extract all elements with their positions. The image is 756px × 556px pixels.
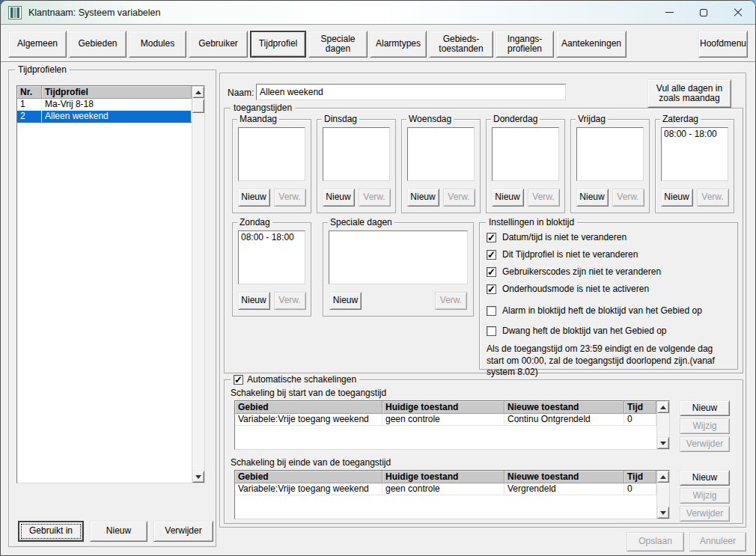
day-new-button[interactable]: Nieuw	[238, 189, 270, 207]
day-new-button[interactable]: Nieuw	[661, 189, 693, 207]
tab-gebieds-toestanden[interactable]: Gebieds-toestanden	[429, 31, 493, 58]
column-nieuwe-toestand[interactable]: Nieuwe toestand	[504, 401, 624, 413]
checkbox-icon[interactable]	[487, 326, 496, 336]
auto-switching-checkbox[interactable]	[234, 375, 243, 385]
checkbox-icon[interactable]	[487, 267, 496, 277]
day-new-button[interactable]: Nieuw	[407, 189, 439, 207]
special-remove-button[interactable]: Verw.	[435, 292, 467, 310]
minimize-button[interactable]	[652, 1, 686, 24]
scroll-up-icon[interactable]	[192, 86, 204, 98]
day-new-button[interactable]: Nieuw	[238, 292, 270, 310]
day-remove-button[interactable]: Verw.	[359, 189, 391, 207]
day-remove-button[interactable]: Verw.	[697, 189, 729, 207]
name-input[interactable]	[256, 84, 566, 100]
profile-row[interactable]: 1 Ma-Vrij 8-18	[17, 99, 192, 111]
fill-all-days-button[interactable]: Vul alle dagen in zoals maandag	[647, 79, 731, 108]
scroll-down-icon[interactable]	[657, 437, 669, 449]
tab-tijdprofiel[interactable]: Tijdprofiel	[250, 31, 306, 58]
start-switching-table[interactable]: Gebied Huidige toestand Nieuwe toestand …	[234, 400, 670, 450]
day-times-list[interactable]	[407, 127, 475, 181]
profile-row[interactable]: 2 Alleen weekend	[17, 111, 192, 123]
day-label: Vrijdag	[576, 114, 608, 124]
option-gebruikerscodes[interactable]: Gebruikerscodes zijn niet te veranderen	[487, 266, 731, 277]
column-huidige-toestand[interactable]: Huidige toestand	[382, 471, 504, 483]
day-new-button[interactable]: Nieuw	[323, 189, 355, 207]
end-edit-button[interactable]: Wijzig	[680, 488, 730, 504]
app-window: Klantnaam: Systeem variabelen Algemeen G…	[0, 0, 756, 556]
tab-gebruiker[interactable]: Gebruiker	[189, 31, 248, 58]
special-new-button[interactable]: Nieuw	[329, 292, 362, 310]
option-tijdprofiel[interactable]: Dit Tijdprofiel is niet te veranderen	[487, 249, 731, 260]
end-table-scrollbar[interactable]	[656, 471, 669, 519]
daybox-woensdag: Woensdag Nieuw Verw.	[401, 119, 481, 213]
start-new-button[interactable]: Nieuw	[680, 400, 730, 416]
checkbox-icon[interactable]	[487, 284, 496, 294]
end-switching-table[interactable]: Gebied Huidige toestand Nieuwe toestand …	[234, 470, 670, 519]
checkbox-icon[interactable]	[487, 250, 496, 260]
day-times-list[interactable]: 08:00 - 18:00	[661, 127, 728, 181]
scroll-down-icon[interactable]	[192, 471, 204, 483]
scroll-up-icon[interactable]	[657, 401, 669, 413]
profiles-list[interactable]: Nr. Tijdprofiel 1 Ma-Vrij 8-18 2 Alleen …	[16, 85, 205, 483]
column-gebied[interactable]: Gebied	[235, 401, 382, 413]
option-alarm-bloktijd[interactable]: Alarm in bloktijd heft de bloktijd van h…	[487, 305, 731, 316]
scroll-down-icon[interactable]	[657, 507, 669, 519]
day-times-list[interactable]	[576, 127, 644, 181]
scroll-up-icon[interactable]	[657, 471, 669, 483]
table-row[interactable]: Variabele:Vrije toegang weekend geen con…	[235, 483, 656, 495]
option-dwang[interactable]: Dwang heft de bloktijd van het Gebied op	[487, 326, 731, 336]
delete-profile-button[interactable]: Verwijder	[153, 521, 213, 542]
end-delete-button[interactable]: Verwijder	[680, 506, 730, 522]
column-huidige-toestand[interactable]: Huidige toestand	[382, 401, 504, 413]
option-datum-tijd[interactable]: Datum/tijd is niet te veranderen	[487, 232, 731, 242]
option-label: Dit Tijdprofiel is niet te veranderen	[502, 249, 638, 260]
cell-tijd: 0	[624, 414, 656, 425]
profiles-scrollbar[interactable]	[192, 86, 204, 483]
day-times-list[interactable]	[238, 127, 305, 181]
tab-alarmtypes[interactable]: Alarmtypes	[370, 31, 427, 58]
day-times-list[interactable]: 08:00 - 18:00	[238, 230, 305, 284]
end-new-button[interactable]: Nieuw	[680, 470, 730, 486]
column-nieuwe-toestand[interactable]: Nieuwe toestand	[504, 471, 624, 483]
new-profile-button[interactable]: Nieuw	[90, 521, 147, 542]
used-in-button[interactable]: Gebruikt in	[18, 521, 84, 542]
start-delete-button[interactable]: Verwijder	[680, 436, 730, 452]
day-remove-button[interactable]: Verw.	[612, 189, 644, 207]
cancel-button[interactable]: Annuleer	[689, 532, 746, 552]
tab-algemeen[interactable]: Algemeen	[8, 31, 67, 58]
checkbox-icon[interactable]	[487, 306, 496, 316]
tab-speciale-dagen[interactable]: Speciale dagen	[308, 31, 368, 58]
day-remove-button[interactable]: Verw.	[274, 189, 306, 207]
day-times-list[interactable]	[323, 127, 390, 181]
special-days-list[interactable]	[329, 230, 468, 284]
table-row[interactable]: Variabele:Vrije toegang weekend geen con…	[235, 414, 656, 426]
day-new-button[interactable]: Nieuw	[576, 189, 609, 207]
day-remove-button[interactable]: Verw.	[274, 292, 306, 310]
column-nr[interactable]: Nr.	[17, 86, 42, 98]
maximize-button[interactable]	[686, 1, 721, 24]
save-button[interactable]: Opslaan	[627, 532, 684, 552]
tab-ingangs-profielen[interactable]: Ingangs-profielen	[496, 31, 554, 58]
close-button[interactable]	[721, 1, 755, 24]
tab-aantekeningen[interactable]: Aantekeningen	[556, 31, 627, 58]
option-onderhoudsmode[interactable]: Onderhoudsmode is niet te activeren	[487, 284, 731, 294]
start-table-scrollbar[interactable]	[656, 401, 669, 449]
day-new-button[interactable]: Nieuw	[492, 189, 524, 207]
tab-bar: Algemeen Gebieden Modules Gebruiker Tijd…	[1, 25, 755, 62]
option-label: Datum/tijd is niet te veranderen	[502, 232, 627, 242]
tab-gebieden[interactable]: Gebieden	[69, 31, 126, 58]
column-tijdprofiel[interactable]: Tijdprofiel	[42, 86, 192, 98]
day-times-list[interactable]	[492, 127, 559, 181]
start-edit-button[interactable]: Wijzig	[680, 418, 730, 434]
main-menu-button[interactable]: Hoofdmenu	[698, 31, 748, 58]
scrollbar-thumb[interactable]	[192, 99, 204, 113]
column-tijd[interactable]: Tijd	[624, 401, 656, 413]
start-section-label: Schakeling bij start van de toegangstijd	[231, 388, 386, 398]
checkbox-icon[interactable]	[487, 233, 496, 242]
close-icon	[734, 8, 743, 17]
day-remove-button[interactable]: Verw.	[528, 189, 560, 207]
tab-modules[interactable]: Modules	[129, 31, 186, 58]
day-remove-button[interactable]: Verw.	[443, 189, 475, 207]
column-gebied[interactable]: Gebied	[235, 471, 382, 483]
column-tijd[interactable]: Tijd	[624, 471, 656, 483]
